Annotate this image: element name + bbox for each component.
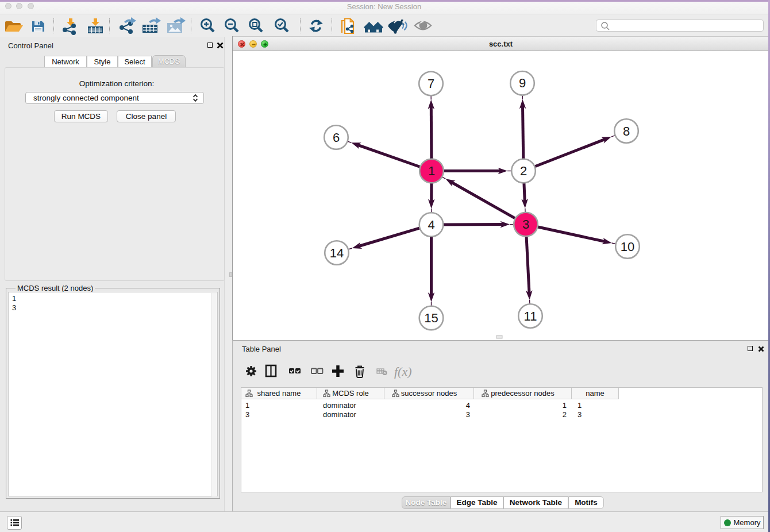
svg-text:7: 7: [428, 76, 434, 91]
svg-text:4: 4: [428, 218, 434, 232]
svg-text:f(x): f(x): [394, 364, 412, 379]
svg-text:6: 6: [333, 130, 340, 145]
svg-text:3: 3: [522, 217, 529, 232]
svg-text:14: 14: [330, 246, 344, 260]
svg-text:2: 2: [520, 164, 527, 178]
svg-text:11: 11: [524, 309, 537, 323]
svg-text:8: 8: [623, 124, 630, 138]
svg-text:10: 10: [621, 240, 634, 254]
svg-text:1: 1: [428, 164, 435, 178]
svg-text:15: 15: [424, 311, 438, 325]
svg-text:9: 9: [519, 76, 526, 90]
